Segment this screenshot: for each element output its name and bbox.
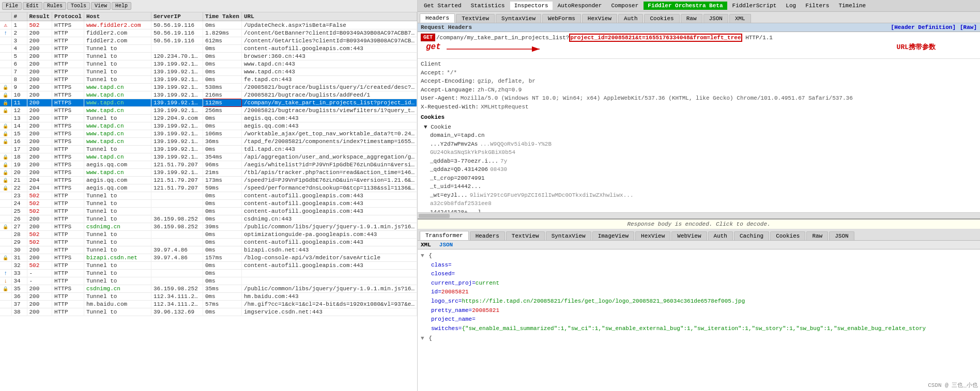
tab-log[interactable]: Log	[782, 2, 800, 10]
file-menu[interactable]: File	[2, 2, 22, 10]
table-row[interactable]: 🔒 35 200 HTTPS csdnimg.cn 36.159.98.252 …	[0, 285, 417, 293]
table-row[interactable]: 7 200 HTTP Tunnel to 139.199.92.114 0ms …	[0, 68, 417, 76]
inspector-tab-raw[interactable]: Raw	[681, 14, 702, 23]
tab-statistics[interactable]: Statistics	[467, 2, 509, 10]
tab-fiddler-orchestra[interactable]: Fiddler Orchestra Beta	[644, 2, 727, 10]
table-row[interactable]: ↓ 34 - HTTP Tunnel to 0ms	[0, 277, 417, 285]
table-row[interactable]: 🔒 15 200 HTTPS www.tapd.cn 139.199.92.11…	[0, 130, 417, 138]
table-row[interactable]: 29 502 HTTP Tunnel to 0ms content-autofi…	[0, 239, 417, 246]
table-row[interactable]: 30 200 HTTP Tunnel to 39.97.4.86 0ms biz…	[0, 246, 417, 254]
resp-tab-raw[interactable]: Raw	[806, 231, 828, 240]
table-row[interactable]: 🔒 9 200 HTTPS www.tapd.cn 139.199.92.114…	[0, 84, 417, 91]
row-host: Tunnel to	[84, 246, 151, 254]
arrow-up-icon: ↑	[4, 30, 7, 36]
table-row[interactable]: 17 200 HTTP Tunnel to 139.199.92.114 0ms…	[0, 146, 417, 153]
table-row[interactable]: 🔒 22 204 HTTPS aegis.qq.com 121.51.79.20…	[0, 184, 417, 192]
resp-tab-auth[interactable]: Auth	[708, 231, 733, 240]
tab-composer[interactable]: Composer	[607, 2, 642, 10]
edit-menu[interactable]: Edit	[23, 2, 42, 10]
table-row[interactable]: 6 200 HTTP Tunnel to 139.199.92.114 0ms …	[0, 60, 417, 68]
inspector-tab-hexview[interactable]: HexView	[582, 14, 617, 23]
row-result: 200	[27, 53, 52, 60]
table-row[interactable]: 37 200 HTTP hm.baidu.com 112.34.111.235 …	[0, 301, 417, 308]
resp-tab-cookies[interactable]: Cookies	[770, 231, 805, 240]
row-protocol: HTTP	[52, 270, 84, 277]
inspector-tab-json[interactable]: JSON	[703, 14, 728, 23]
table-row[interactable]: 🔒 31 200 HTTPS bizapi.csdn.net 39.97.4.8…	[0, 254, 417, 262]
row-url: www.tapd.cn:443	[241, 68, 417, 76]
cookie-expand[interactable]: ▼ Cookie	[424, 123, 974, 132]
inspector-tab-syntaxview[interactable]: SyntaxView	[496, 14, 541, 23]
response-encoded-message[interactable]: Response body is encoded. Click to decod…	[418, 220, 980, 229]
http-method-badge[interactable]: GET	[421, 34, 435, 41]
resp-tab-imageview[interactable]: ImageView	[592, 231, 634, 240]
table-row[interactable]: 3 200 HTTP fiddler2.com 50.56.19.116 612…	[0, 37, 417, 45]
tab-inspectors[interactable]: Inspectors	[510, 2, 553, 10]
table-row[interactable]: 13 200 HTTP Tunnel to 129.204.9.com 0ms …	[0, 115, 417, 122]
table-row[interactable]: 🔒 14 200 HTTPS www.tapd.cn 139.199.92.11…	[0, 122, 417, 130]
table-row[interactable]: 🔒 18 200 HTTPS www.tapd.cn 139.199.92.11…	[0, 153, 417, 161]
json-root-expand[interactable]: ▼ {	[421, 252, 977, 261]
row-host: Tunnel to	[84, 53, 151, 60]
inspector-tab-xml[interactable]: XML	[729, 14, 751, 23]
resp-tab-caching[interactable]: Caching	[734, 231, 769, 240]
table-row[interactable]: ⚠ 1 502 HTTPS www.fiddler2.com 50.56.19.…	[0, 21, 417, 29]
inspector-tab-webforms[interactable]: WebForms	[542, 14, 581, 23]
table-row[interactable]: ↑ 33 - HTTP Tunnel to 0ms	[0, 270, 417, 277]
xml-tab-row: XML JSON	[418, 241, 980, 249]
resp-tab-hexview[interactable]: HexView	[635, 231, 670, 240]
xml-tab-label[interactable]: XML	[421, 242, 431, 248]
tools-menu[interactable]: Tools	[67, 2, 90, 10]
table-row[interactable]: 🔒 10 200 HTTPS www.tapd.cn 139.199.92.11…	[0, 91, 417, 99]
view-menu[interactable]: View	[91, 2, 111, 10]
row-host: www.tapd.cn	[84, 169, 151, 177]
table-row[interactable]: 26 200 HTTP Tunnel to 36.159.98.252 0ms …	[0, 215, 417, 223]
table-row[interactable]: 🔒 20 200 HTTPS www.tapd.cn 139.199.92.11…	[0, 169, 417, 177]
help-menu[interactable]: Help	[112, 2, 131, 10]
table-row[interactable]: 4 200 HTTP Tunnel to 0ms content-autofil…	[0, 45, 417, 53]
tab-filters[interactable]: Filters	[801, 2, 833, 10]
table-row[interactable]: 🔒 27 200 HTTPS csdnimg.cn 36.159.98.252 …	[0, 223, 417, 231]
table-row[interactable]: 24 502 HTTP Tunnel to 0ms content-autofi…	[0, 200, 417, 208]
request-scrollbar[interactable]	[418, 212, 980, 218]
resp-tab-syntaxview[interactable]: SyntaxView	[546, 231, 591, 240]
row-url: /20085821/bugtrace/buglists/query/1/crea…	[241, 84, 417, 91]
tab-timeline[interactable]: Timeline	[834, 2, 870, 10]
table-row[interactable]: 38 200 HTTP Tunnel to 39.96.132.69 0ms i…	[0, 308, 417, 316]
table-row[interactable]: 23 502 HTTP Tunnel to 0ms content-autofi…	[0, 192, 417, 200]
table-row[interactable]: 25 502 HTTP Tunnel to 0ms content-autofi…	[0, 208, 417, 215]
annotation-container: get URL携带参数	[421, 41, 977, 57]
row-num: 3	[11, 37, 27, 45]
inspector-tab-headers[interactable]: Headers	[420, 13, 455, 23]
rules-menu[interactable]: Rules	[43, 2, 66, 10]
table-row[interactable]: 🔒 21 204 HTTPS aegis.qq.com 121.51.79.20…	[0, 177, 417, 184]
tab-fiddlerscript[interactable]: FiddlerScript	[728, 2, 781, 10]
resp-tab-textview[interactable]: TextView	[506, 231, 545, 240]
inspector-tab-auth[interactable]: Auth	[618, 14, 643, 23]
json-second-object[interactable]: ▼ {	[421, 334, 977, 343]
table-row[interactable]: 8 200 HTTP Tunnel to 139.199.92.114 0ms …	[0, 76, 417, 84]
table-row[interactable]: 🔒 12 200 HTTPS www.tapd.cn 139.199.92.11…	[0, 107, 417, 115]
table-row[interactable]: 🔒 19 200 HTTPS aegis.qq.com 121.51.79.20…	[0, 161, 417, 169]
tab-get-started[interactable]: Get Started	[420, 2, 466, 10]
table-row[interactable]: 🔒 11 200 HTTPS www.tapd.cn 139.199.92.11…	[0, 99, 417, 107]
resp-tab-json[interactable]: JSON	[829, 231, 854, 240]
resp-tab-webview[interactable]: WebView	[671, 231, 707, 240]
inspector-tab-cookies[interactable]: Cookies	[644, 14, 679, 23]
resp-tab-transformer[interactable]: Transformer	[420, 231, 469, 240]
table-row[interactable]: 36 200 HTTP Tunnel to 112.34.111.235 0ms…	[0, 293, 417, 301]
scroll-thumb[interactable]	[419, 214, 450, 218]
table-row[interactable]: 32 502 HTTP Tunnel to 0ms content-autofi…	[0, 262, 417, 270]
header-user-agent: User-Agent: Mozilla/5.0 (Windows NT 10.0…	[421, 94, 977, 103]
table-row[interactable]: 5 200 HTTP Tunnel to 120.234.70.164 0ms …	[0, 53, 417, 60]
json-field-current-proj: current_proj=current	[421, 279, 977, 288]
table-row[interactable]: ↑ 2 200 HTTP fiddler2.com 50.56.19.116 1…	[0, 29, 417, 37]
json-tab-label[interactable]: JSON	[439, 242, 453, 248]
raw-link[interactable]: [Raw]	[960, 24, 977, 30]
tab-autoresponder[interactable]: AutoResponder	[554, 2, 606, 10]
table-row[interactable]: 28 502 HTTP Tunnel to 0ms optimizationgu…	[0, 231, 417, 239]
inspector-tab-textview[interactable]: TextView	[456, 14, 495, 23]
header-def-link[interactable]: [Header Definition]	[891, 24, 956, 30]
table-row[interactable]: 🔒 16 200 HTTPS www.tapd.cn 139.199.92.11…	[0, 138, 417, 146]
resp-tab-headers[interactable]: Headers	[470, 231, 505, 240]
